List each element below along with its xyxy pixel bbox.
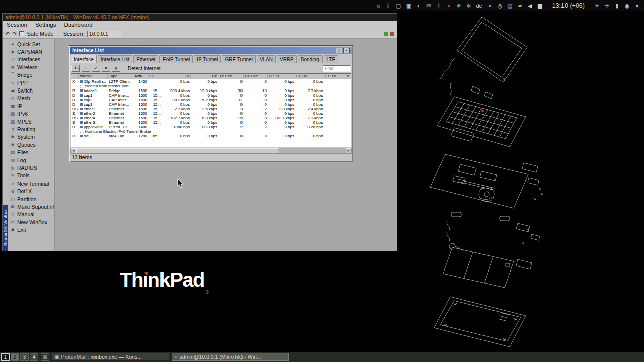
tab[interactable]: GRE Tunnel xyxy=(222,55,255,63)
telegram-icon[interactable]: ● xyxy=(487,0,493,11)
sidebar-item[interactable]: ✱ System xyxy=(8,133,54,141)
sidebar-item[interactable]: ≣ Queues xyxy=(8,141,54,148)
column-l2mtu[interactable]: L2... xyxy=(148,74,162,79)
sidebar-item[interactable]: ∿ PPP xyxy=(8,79,54,86)
sidebar-item[interactable]: ◎ RADIUS xyxy=(8,164,54,171)
tab[interactable]: Ethernet xyxy=(133,55,158,63)
chevron-down-icon[interactable]: ▾ xyxy=(634,0,640,11)
record-icon[interactable]: ● xyxy=(446,0,451,11)
find-input[interactable] xyxy=(323,65,351,72)
sidebar-item[interactable]: ↯ Routing xyxy=(8,125,54,133)
scrollbar-thumb[interactable] xyxy=(76,148,278,153)
taskbar-task[interactable]: ● admin@10.0.0.1 (MikroTik) - Win... xyxy=(172,353,289,361)
enable-button[interactable]: ✓ xyxy=(92,65,100,72)
sidebar-item[interactable]: ◻ New WinBox xyxy=(8,218,54,226)
disable-button[interactable]: ✕ xyxy=(102,65,110,72)
battery-icon[interactable]: ▮ xyxy=(614,0,620,11)
column-actual-mtu[interactable]: Actu... xyxy=(133,74,148,79)
pager-icon[interactable]: ▦ xyxy=(41,353,49,361)
column-tx-packet[interactable]: Tx Pac... xyxy=(218,74,244,79)
menu-item[interactable]: Dashboard xyxy=(60,22,96,28)
workspace-button[interactable]: 2 xyxy=(11,353,19,361)
mail-icon[interactable]: ✉ xyxy=(426,0,431,11)
table-row[interactable]: R pppoe-out1 PPPoE Cli... 1480 1088 bps … xyxy=(71,125,351,129)
redo-icon[interactable]: ↷ xyxy=(12,31,17,37)
brightness-icon[interactable]: ☀ xyxy=(594,0,600,11)
sidebar-item[interactable]: > New Terminal xyxy=(8,179,54,187)
scrollbar-track[interactable] xyxy=(278,148,346,153)
column-fp-tx-packet[interactable]: FP Tx xyxy=(324,74,344,79)
volume-icon[interactable]: ◀ xyxy=(527,0,533,11)
interface-list-titlebar[interactable]: Interface List □ × xyxy=(70,47,352,54)
settings-icon[interactable]: ✛ xyxy=(604,0,610,11)
scroll-right-icon[interactable]: ▸ xyxy=(346,148,351,153)
network-icon[interactable]: ▆ xyxy=(537,0,543,11)
filter-button[interactable]: ⋎ xyxy=(112,65,120,72)
menu-item[interactable]: Session xyxy=(3,22,31,28)
folder-icon[interactable]: ▰ xyxy=(517,0,523,11)
sidebar-item[interactable]: ⇉ Switch xyxy=(8,86,54,94)
column-fp-tx[interactable]: FP Tx xyxy=(268,74,295,79)
sidebar-item[interactable]: ✦ Quick Set xyxy=(8,40,54,48)
workspace-button[interactable]: 3 xyxy=(20,353,29,361)
sidebar-item[interactable]: ▤ Files xyxy=(8,148,54,156)
table-row[interactable]: D cap2 CAP Inter... 1500 15... 98.2 kbps… xyxy=(71,98,351,102)
sidebar-item[interactable]: ◫ Partition xyxy=(8,195,54,203)
sidebar-item[interactable]: ? Manual xyxy=(8,211,54,218)
column-rx-packet[interactable]: Rx Pac... xyxy=(244,74,268,79)
tab[interactable]: VRRP xyxy=(277,55,297,63)
tab[interactable]: EoIP Tunnel xyxy=(159,55,193,63)
column-flags[interactable] xyxy=(71,74,79,79)
undo-icon[interactable]: ↶ xyxy=(5,31,10,37)
menu-item[interactable]: Settings xyxy=(31,22,60,28)
sidebar-item[interactable]: ◇ Mesh xyxy=(8,95,54,102)
scroll-left-icon[interactable]: ◂ xyxy=(71,148,76,153)
bluetooth-tray-icon[interactable]: ᛒ xyxy=(436,0,441,11)
sidebar-item[interactable]: ⇄ Interfaces xyxy=(8,56,54,63)
table-row[interactable]: ;;; Hurricane Electric IPv6 Tunnel Broke… xyxy=(71,129,351,134)
clipboard-icon[interactable]: ▤ xyxy=(507,0,513,11)
bluetooth-icon[interactable]: ᛒ xyxy=(385,0,391,11)
column-type[interactable]: Type xyxy=(108,74,133,79)
tab[interactable]: Interface xyxy=(71,55,97,63)
table-row[interactable]: R sit1 6to4 Tun... 1280 65... 0 bps 0 bp… xyxy=(71,134,351,138)
display-icon[interactable]: ▢ xyxy=(395,0,401,11)
sidebar-item[interactable]: ✉ Make Supout.rif xyxy=(8,203,54,210)
column-fp-rx[interactable]: FP Rx xyxy=(295,74,324,79)
keyboard-layout-indicator[interactable]: de xyxy=(476,0,482,11)
monitor-icon[interactable]: ▣ xyxy=(406,0,411,11)
table-row[interactable]: D cap1 CAP Inter... 1500 15... 0 bps 0 b… xyxy=(71,93,351,98)
gears-icon[interactable]: ✻ xyxy=(466,0,471,11)
remove-button[interactable]: − xyxy=(82,65,90,72)
session-input[interactable] xyxy=(87,31,122,37)
table-row[interactable]: ;;; created from master port xyxy=(71,84,351,88)
maximize-icon[interactable]: □ xyxy=(336,48,342,53)
sidebar-item[interactable]: ✖ Exit xyxy=(8,226,54,233)
tab[interactable]: LTE xyxy=(324,55,339,63)
sidebar-item[interactable]: ▧ IPv6 xyxy=(8,110,54,118)
taskbar-task[interactable]: ▣ ProtonMail : winbox.exe — Kons... xyxy=(52,353,169,361)
search-icon[interactable]: ◎ xyxy=(497,0,503,11)
column-chooser-button[interactable]: ▼ xyxy=(345,74,351,79)
tab[interactable]: VLAN xyxy=(257,55,276,63)
tray-badge-icon[interactable]: ◐ xyxy=(416,0,421,11)
safe-mode-checkbox[interactable] xyxy=(19,31,24,36)
tab[interactable]: Interface List xyxy=(98,55,132,63)
close-icon[interactable]: × xyxy=(343,48,350,53)
add-button[interactable]: +▾ xyxy=(71,65,80,72)
horizontal-scrollbar[interactable]: ◂ ▸ xyxy=(70,148,352,154)
sidebar-item[interactable]: ▨ MPLS xyxy=(8,118,54,125)
table-row[interactable]: R bridge1 Bridge 1500 15... 200.4 kbps 1… xyxy=(71,88,351,93)
window-titlebar[interactable]: admin@10.0.0.1 (MikroTik) - WinBox v6.45… xyxy=(3,14,397,21)
tab[interactable]: IP Tunnel xyxy=(194,55,221,63)
column-rx[interactable]: Rx xyxy=(191,74,218,79)
lamp-icon[interactable]: ☼ xyxy=(375,0,381,11)
table-row[interactable]: RS ether1 Ethernet 1500 15... 2.1 kbps 2… xyxy=(71,107,351,111)
extensions-icon[interactable]: ❖ xyxy=(456,0,461,11)
column-tx[interactable]: Tx xyxy=(162,74,191,79)
safe-mode-label[interactable]: Safe Mode xyxy=(27,31,53,37)
sidebar-item[interactable]: ▥ Log xyxy=(8,156,54,164)
sidebar-item[interactable]: ⌒ Bridge xyxy=(8,71,54,79)
detect-internet-button[interactable]: Detect Internet xyxy=(123,65,166,72)
column-name[interactable]: Name∕ xyxy=(79,74,108,79)
